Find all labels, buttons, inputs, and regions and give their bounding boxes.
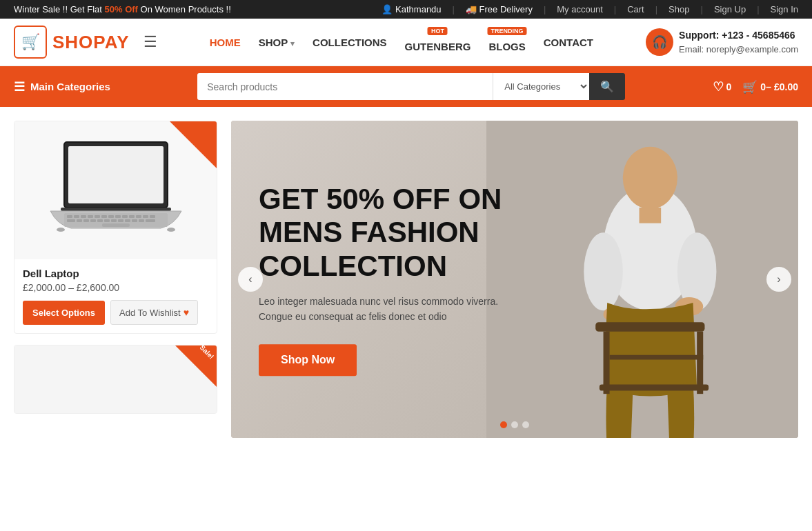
nav-shop[interactable]: SHOP ▾ xyxy=(252,32,301,52)
svg-rect-35 xyxy=(639,208,661,223)
shop-arrow-icon: ▾ xyxy=(290,39,295,48)
nav-blogs[interactable]: TRENDING BLOGS xyxy=(482,28,532,57)
slider-dot-3[interactable] xyxy=(522,421,529,428)
svg-point-36 xyxy=(584,232,623,310)
hero-content: GET 50% OFF ON MENS FASHION COLLECTION L… xyxy=(259,183,521,376)
svg-rect-11 xyxy=(115,215,121,218)
slider-prev-button[interactable]: ‹ xyxy=(238,267,263,292)
trending-badge: TRENDING xyxy=(488,27,527,35)
product-price: £2,000.00 – £2,600.00 xyxy=(23,282,208,293)
hero-person-area xyxy=(486,121,798,438)
hero-title: GET 50% OFF ON MENS FASHION COLLECTION xyxy=(259,183,521,283)
add-wishlist-label: Add To Wishlist xyxy=(119,308,181,318)
signup-link[interactable]: Sign Up xyxy=(714,4,746,14)
svg-rect-26 xyxy=(132,219,137,222)
svg-point-30 xyxy=(57,228,65,232)
svg-rect-16 xyxy=(150,215,155,218)
svg-rect-2 xyxy=(61,208,171,211)
svg-rect-25 xyxy=(125,219,130,222)
hero-description: Leo integer malesuada nunc vel risus com… xyxy=(259,294,521,325)
svg-rect-1 xyxy=(68,146,164,203)
hero-slider: GET 50% OFF ON MENS FASHION COLLECTION L… xyxy=(231,121,798,438)
main-nav: HOME SHOP ▾ COLLECTIONS HOT GUTENBERG TR… xyxy=(203,28,600,57)
main-categories-button[interactable]: ☰ Main Categories xyxy=(14,79,110,94)
location-icon: 👤 xyxy=(382,4,393,14)
my-account-link[interactable]: My account xyxy=(557,4,602,14)
slider-dots xyxy=(500,421,529,428)
add-to-wishlist-button[interactable]: Add To Wishlist ♥ xyxy=(110,300,198,325)
chevron-right-icon: › xyxy=(777,273,780,285)
header-left: 🛒 SHOPAY ☰ xyxy=(14,26,157,59)
svg-rect-6 xyxy=(81,215,86,218)
svg-rect-22 xyxy=(104,219,110,222)
svg-rect-48 xyxy=(697,332,703,394)
svg-rect-15 xyxy=(143,215,148,218)
shop-link[interactable]: Shop xyxy=(669,4,689,14)
svg-rect-21 xyxy=(97,219,103,222)
sale-triangle xyxy=(170,121,217,168)
product-card-1: Sale! xyxy=(14,121,217,334)
logo-icon: 🛒 xyxy=(14,26,47,59)
svg-rect-9 xyxy=(101,215,107,218)
product-info: Dell Laptop £2,000.00 – £2,600.00 Select… xyxy=(14,259,217,333)
svg-rect-28 xyxy=(146,219,155,222)
svg-rect-29 xyxy=(102,223,130,227)
nav-gutenberg[interactable]: HOT GUTENBERG xyxy=(398,28,478,57)
slider-next-button[interactable]: › xyxy=(766,267,791,292)
svg-rect-24 xyxy=(118,219,123,222)
product-card-2-partial: Sale! xyxy=(14,345,217,414)
logo-text: SHOPAY xyxy=(52,32,130,53)
cart-wishlist: ♡ 0 🛒 0– £0.00 xyxy=(713,79,798,94)
cart-icon: 🛒 xyxy=(742,79,757,94)
hero-person-svg xyxy=(486,121,798,438)
svg-rect-27 xyxy=(139,219,144,222)
heart-icon: ♥ xyxy=(184,307,189,318)
signin-link[interactable]: Sign In xyxy=(771,4,798,14)
hot-badge: HOT xyxy=(428,27,448,35)
nav-collections[interactable]: COLLECTIONS xyxy=(306,32,394,52)
cart-button[interactable]: 🛒 0– £0.00 xyxy=(742,79,798,94)
main-content: Sale! xyxy=(0,107,812,438)
search-bar: ☰ Main Categories All Categories Electro… xyxy=(0,66,812,107)
search-button[interactable]: 🔍 xyxy=(589,73,625,100)
support-text: Support: +123 - 45685466 Email: noreply@… xyxy=(679,28,798,57)
slider-dot-1[interactable] xyxy=(500,421,507,428)
svg-rect-10 xyxy=(108,215,114,218)
hamburger-icon[interactable]: ☰ xyxy=(143,33,157,51)
svg-rect-49 xyxy=(600,385,709,391)
delivery-icon: 🚚 xyxy=(466,4,477,14)
search-input[interactable] xyxy=(197,73,493,100)
svg-rect-46 xyxy=(595,322,704,332)
category-select[interactable]: All Categories Electronics Fashion Home … xyxy=(493,73,589,100)
shop-now-button[interactable]: Shop Now xyxy=(259,344,357,376)
header: 🛒 SHOPAY ☰ HOME SHOP ▾ COLLECTIONS HOT G… xyxy=(0,19,812,66)
sale-announcement: Winter Sale !! Get Flat 50% Off On Women… xyxy=(14,4,231,14)
nav-contact[interactable]: CONTACT xyxy=(537,32,600,52)
slider-dot-2[interactable] xyxy=(511,421,518,428)
svg-rect-14 xyxy=(136,215,141,218)
laptop-svg xyxy=(43,132,188,249)
svg-point-31 xyxy=(167,228,175,232)
sale-text: Winter Sale !! Get Flat 50% Off On Women… xyxy=(14,4,231,14)
delivery-item: 🚚 Free Delivery xyxy=(466,4,533,14)
select-options-button[interactable]: Select Options xyxy=(23,301,105,325)
svg-rect-4 xyxy=(67,215,72,218)
svg-rect-8 xyxy=(95,215,100,218)
svg-rect-17 xyxy=(67,219,75,222)
cart-link[interactable]: Cart xyxy=(627,4,644,14)
chevron-left-icon: ‹ xyxy=(248,273,252,285)
logo[interactable]: 🛒 SHOPAY xyxy=(14,26,130,59)
svg-rect-23 xyxy=(111,219,117,222)
product-sidebar: Sale! xyxy=(14,121,217,438)
svg-rect-19 xyxy=(83,219,89,222)
svg-rect-20 xyxy=(90,219,96,222)
location-item: 👤 Kathmandu xyxy=(382,4,441,14)
product-name: Dell Laptop xyxy=(23,268,208,279)
svg-rect-13 xyxy=(129,215,135,218)
nav-home[interactable]: HOME xyxy=(203,32,248,52)
svg-rect-5 xyxy=(74,215,79,218)
svg-rect-18 xyxy=(77,219,82,222)
hamburger-white-icon: ☰ xyxy=(14,79,25,94)
wishlist-button[interactable]: ♡ 0 xyxy=(713,79,732,94)
svg-point-34 xyxy=(623,147,677,209)
